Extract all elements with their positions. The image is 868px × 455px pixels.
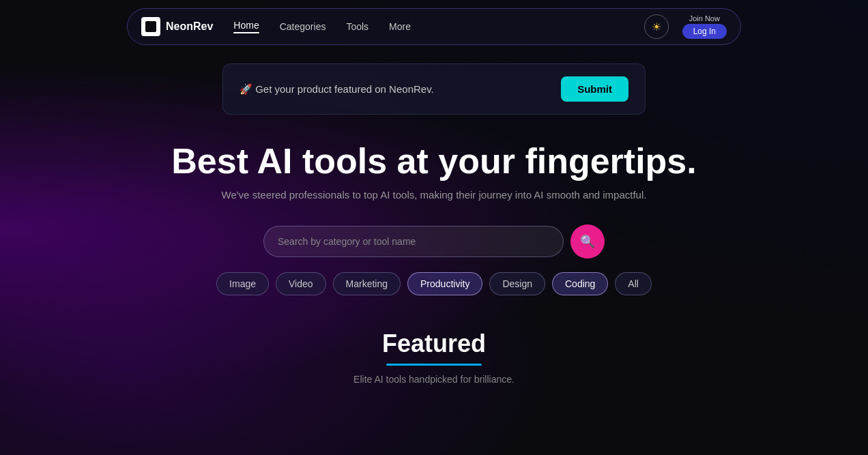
banner-text: 🚀 Get your product featured on NeonRev. — [240, 83, 434, 96]
nav-more[interactable]: More — [389, 21, 411, 32]
pill-all[interactable]: All — [615, 272, 652, 295]
nav-tools[interactable]: Tools — [346, 21, 368, 32]
search-input[interactable] — [263, 226, 564, 257]
navbar: NeonRev Home Categories Tools More ☀ Joi… — [127, 8, 741, 45]
pill-marketing[interactable]: Marketing — [333, 272, 401, 295]
pill-productivity[interactable]: Productivity — [407, 272, 482, 295]
nav-links: Home Categories Tools More — [233, 20, 637, 33]
pill-coding[interactable]: Coding — [552, 272, 608, 295]
featured-underline — [386, 364, 482, 366]
logo[interactable]: NeonRev — [141, 17, 213, 36]
featured-title: Featured — [353, 329, 515, 358]
pill-image[interactable]: Image — [216, 272, 269, 295]
nav-home[interactable]: Home — [233, 20, 259, 33]
auth-area: Join Now Log In — [682, 14, 727, 39]
category-pills: Image Video Marketing Productivity Desig… — [216, 272, 652, 295]
pill-design[interactable]: Design — [489, 272, 545, 295]
theme-toggle-button[interactable]: ☀ — [644, 14, 669, 39]
search-icon: 🔍 — [580, 234, 595, 249]
join-text: Join Now — [689, 14, 720, 23]
sun-icon: ☀ — [652, 20, 661, 33]
featured-subtitle: Elite AI tools handpicked for brilliance… — [353, 374, 515, 385]
search-input-wrapper — [263, 226, 564, 257]
login-button[interactable]: Log In — [682, 24, 727, 39]
pill-video[interactable]: Video — [276, 272, 326, 295]
search-container: 🔍 — [263, 224, 605, 259]
search-button[interactable]: 🔍 — [570, 224, 605, 259]
featured-section: Featured Elite AI tools handpicked for b… — [353, 329, 515, 385]
hero-subtitle: We've steered professionals to top AI to… — [222, 189, 647, 201]
feature-banner: 🚀 Get your product featured on NeonRev. … — [222, 63, 646, 115]
hero-title: Best AI tools at your fingertips. — [171, 142, 697, 181]
logo-icon — [141, 17, 160, 36]
nav-categories[interactable]: Categories — [280, 21, 326, 32]
main-content: 🚀 Get your product featured on NeonRev. … — [0, 53, 868, 385]
submit-button[interactable]: Submit — [561, 76, 628, 102]
logo-text: NeonRev — [166, 20, 213, 33]
